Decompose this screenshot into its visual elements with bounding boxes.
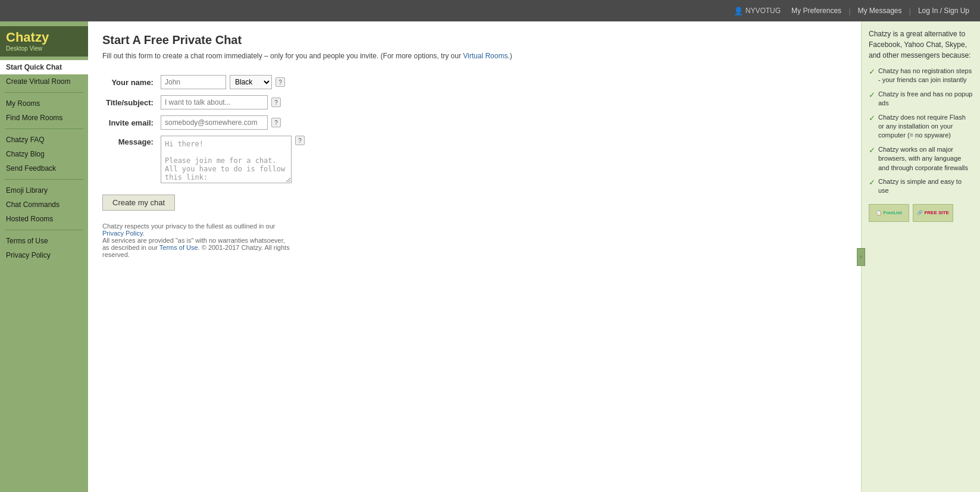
message-field-cell: Hi there! Please join me for a chat. All… (157, 133, 308, 186)
form-row-message: Message: Hi there! Please join me for a … (102, 133, 308, 186)
collapse-button[interactable]: ‹ (857, 248, 865, 266)
title-label: Title/subject: (102, 92, 157, 112)
sidebar-item-chat-commands[interactable]: Chat Commands (0, 198, 88, 212)
check-icon-1: ✓ (869, 67, 875, 77)
message-field-row: Hi there! Please join me for a chat. All… (161, 136, 305, 183)
promo-item-2: ✓ Chatzy is free and has no popup ads (869, 90, 973, 108)
sidebar-item-terms-of-use[interactable]: Terms of Use (0, 234, 88, 248)
title-help-icon[interactable]: ? (271, 98, 281, 107)
footer-text: Chatzy respects your privacy to the full… (102, 223, 293, 258)
login-signup-link[interactable]: Log In / Sign Up (913, 5, 974, 17)
title-field-row: ? (161, 95, 305, 109)
check-icon-4: ✓ (869, 145, 875, 156)
sidebar-item-hosted-rooms[interactable]: Hosted Rooms (0, 212, 88, 226)
title-field-cell: ? (157, 92, 308, 112)
sidebar-divider-1 (5, 92, 83, 93)
name-field-row: Black Red Blue Green Purple Orange ? (161, 75, 305, 89)
logo-sub: Desktop View (6, 45, 82, 52)
color-select[interactable]: Black Red Blue Green Purple Orange (230, 75, 272, 89)
freelist-badge: 📋 FreeList (869, 204, 909, 222)
my-preferences-link[interactable]: My Preferences (787, 5, 846, 17)
message-textarea[interactable]: Hi there! Please join me for a chat. All… (161, 136, 292, 183)
check-icon-5: ✓ (869, 177, 875, 188)
check-icon-2: ✓ (869, 90, 875, 101)
form-row-title: Title/subject: ? (102, 92, 308, 112)
sidebar-divider-4 (5, 230, 83, 230)
my-messages-link[interactable]: My Messages (853, 5, 907, 17)
sidebar-logo: Chatzy Desktop View (0, 26, 88, 57)
page-desc-text-2: .) (508, 52, 512, 60)
page-desc-text-1: Fill out this form to create a chat room… (102, 52, 463, 60)
name-field-cell: Black Red Blue Green Purple Orange ? (157, 72, 308, 92)
badge-row: 📋 FreeList 🔗 FREE SITE (869, 204, 973, 222)
sidebar-item-chatzy-blog[interactable]: Chatzy Blog (0, 147, 88, 161)
sep1: | (849, 7, 850, 15)
promo-item-text-5: Chatzy is simple and easy to use (878, 177, 973, 196)
form-row-email: Invite email: ? (102, 112, 308, 133)
freesite-badge: 🔗 FREE SITE (913, 204, 953, 222)
email-field-cell: ? (157, 112, 308, 133)
page-description: Fill out this form to create a chat room… (102, 52, 847, 60)
user-icon: 👤 (734, 7, 743, 15)
promo-item-5: ✓ Chatzy is simple and easy to use (869, 177, 973, 196)
sidebar-divider-3 (5, 179, 83, 180)
promo-item-text-4: Chatzy works on all major browsers, with… (878, 145, 973, 173)
email-input[interactable] (161, 115, 268, 130)
check-icon-3: ✓ (869, 113, 875, 124)
promo-item-4: ✓ Chatzy works on all major browsers, wi… (869, 145, 973, 173)
email-label: Invite email: (102, 112, 157, 133)
sidebar: Chatzy Desktop View Start Quick Chat Cre… (0, 21, 88, 492)
message-label: Message: (102, 133, 157, 186)
promo-item-1: ✓ Chatzy has no registration steps - you… (869, 67, 973, 85)
email-help-icon[interactable]: ? (271, 118, 281, 127)
promo-item-text-2: Chatzy is free and has no popup ads (878, 90, 973, 108)
layout: Chatzy Desktop View Start Quick Chat Cre… (0, 21, 980, 492)
privacy-policy-footer-link[interactable]: Privacy Policy (102, 230, 143, 237)
title-input[interactable] (161, 95, 268, 109)
sidebar-item-my-rooms[interactable]: My Rooms (0, 96, 88, 111)
name-input[interactable] (161, 75, 226, 89)
promo-list: ✓ Chatzy has no registration steps - you… (869, 67, 973, 196)
right-sidebar: Chatzy is a great alternative to Faceboo… (861, 21, 980, 492)
sidebar-item-emoji-library[interactable]: Emoji Library (0, 183, 88, 198)
create-chat-button[interactable]: Create my chat (102, 195, 175, 211)
topbar: 👤 NYVOTUG My Preferences | My Messages |… (0, 0, 980, 21)
sidebar-item-find-more-rooms[interactable]: Find More Rooms (0, 111, 88, 125)
page-title: Start A Free Private Chat (102, 33, 847, 47)
footer-text-2: . (143, 230, 145, 237)
sidebar-item-privacy-policy[interactable]: Privacy Policy (0, 248, 88, 262)
main-content: Start A Free Private Chat Fill out this … (88, 21, 861, 492)
form-row-name: Your name: Black Red Blue Green Purple (102, 72, 308, 92)
footer-text-1: Chatzy respects your privacy to the full… (102, 223, 275, 230)
sidebar-item-send-feedback[interactable]: Send Feedback (0, 161, 88, 176)
content-area: Start A Free Private Chat Fill out this … (88, 21, 980, 492)
logo-title: Chatzy (6, 30, 82, 45)
sidebar-item-start-quick-chat[interactable]: Start Quick Chat (0, 60, 88, 74)
email-field-row: ? (161, 115, 305, 130)
name-help-icon[interactable]: ? (275, 77, 285, 87)
message-help-icon[interactable]: ? (295, 136, 305, 145)
terms-footer-link[interactable]: Terms of Use (159, 244, 198, 251)
username: NYVOTUG (746, 7, 781, 15)
name-label: Your name: (102, 72, 157, 92)
chat-form: Your name: Black Red Blue Green Purple (102, 72, 308, 186)
virtual-rooms-link[interactable]: Virtual Rooms (463, 52, 508, 60)
promo-item-text-1: Chatzy has no registration steps - your … (878, 67, 973, 85)
promo-item-3: ✓ Chatzy does not require Flash or any i… (869, 113, 973, 140)
sep2: | (909, 7, 911, 15)
promo-text: Chatzy is a great alternative to Faceboo… (869, 29, 973, 61)
sidebar-divider-2 (5, 129, 83, 129)
sidebar-item-create-virtual-room[interactable]: Create Virtual Room (0, 74, 88, 89)
promo-item-text-3: Chatzy does not require Flash or any ins… (878, 113, 973, 140)
sidebar-item-chatzy-faq[interactable]: Chatzy FAQ (0, 133, 88, 147)
